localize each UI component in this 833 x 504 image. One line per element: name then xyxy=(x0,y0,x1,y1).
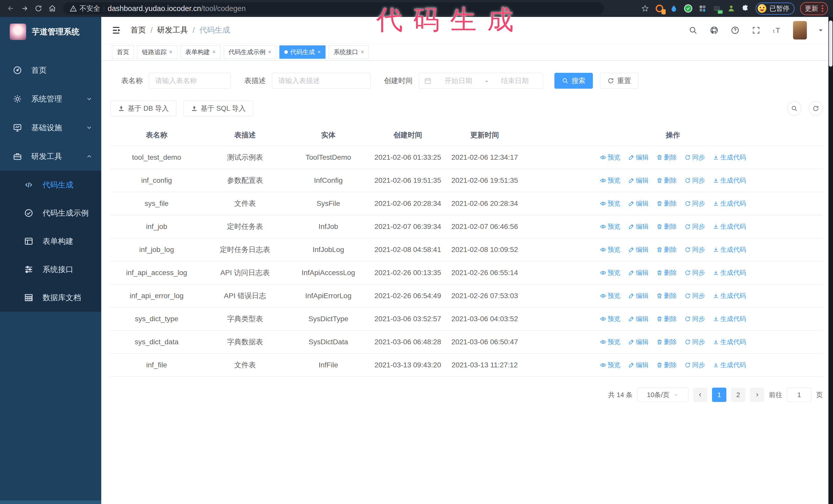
tab-5[interactable]: 系统接口× xyxy=(329,45,369,59)
action-preview-link[interactable]: 预览 xyxy=(600,360,620,370)
tab-3[interactable]: 代码生成示例× xyxy=(224,45,276,59)
action-edit-link[interactable]: 编辑 xyxy=(628,291,649,301)
browser-back-icon[interactable] xyxy=(5,3,17,14)
tab-2[interactable]: 表单构建× xyxy=(181,45,221,59)
browser-reload-icon[interactable] xyxy=(33,3,44,14)
page-size-select[interactable]: 10条/页 xyxy=(637,388,688,402)
sidebar-subitem-0[interactable]: 代码生成 xyxy=(0,171,101,199)
header-search-icon[interactable] xyxy=(688,25,698,35)
action-delete-link[interactable]: 删除 xyxy=(657,245,677,255)
sidebar-subitem-3[interactable]: 系统接口 xyxy=(0,255,101,284)
extension-grid-icon[interactable] xyxy=(698,4,707,13)
close-icon[interactable]: × xyxy=(268,49,271,55)
refresh-table-button[interactable] xyxy=(809,101,823,115)
page-scrollbar[interactable] xyxy=(828,17,833,504)
extension-puzzle-icon[interactable] xyxy=(741,4,750,13)
action-generate-code-link[interactable]: 生成代码 xyxy=(713,175,746,185)
action-generate-code-link[interactable]: 生成代码 xyxy=(713,291,746,301)
action-edit-link[interactable]: 编辑 xyxy=(628,360,649,370)
create-time-range-picker[interactable]: 开始日期 - 结束日期 xyxy=(419,73,543,89)
help-icon[interactable] xyxy=(730,25,740,35)
action-preview-link[interactable]: 预览 xyxy=(600,245,620,255)
action-edit-link[interactable]: 编辑 xyxy=(628,268,649,278)
sidebar-item-3[interactable]: 研发工具 xyxy=(0,142,101,171)
browser-profile-paused-badge[interactable]: 已暂停 xyxy=(756,3,794,15)
action-edit-link[interactable]: 编辑 xyxy=(628,337,649,347)
action-preview-link[interactable]: 预览 xyxy=(600,175,620,185)
import-sql-button[interactable]: 基于 SQL 导入 xyxy=(184,100,253,116)
action-edit-link[interactable]: 编辑 xyxy=(628,175,649,185)
action-preview-link[interactable]: 预览 xyxy=(600,337,620,347)
breadcrumb-devtools[interactable]: 研发工具 xyxy=(157,25,188,35)
not-secure-warning-icon[interactable]: 不安全 xyxy=(70,4,100,13)
action-delete-link[interactable]: 删除 xyxy=(657,222,677,232)
sidebar-item-2[interactable]: 基础设施 xyxy=(0,113,101,142)
extension-dark-on-icon[interactable]: on xyxy=(713,4,721,13)
browser-menu-dots-icon[interactable] xyxy=(822,5,823,12)
action-sync-link[interactable]: 同步 xyxy=(685,314,705,324)
action-delete-link[interactable]: 删除 xyxy=(657,291,677,301)
action-sync-link[interactable]: 同步 xyxy=(685,268,705,278)
sidebar-subitem-4[interactable]: 数据库文档 xyxy=(0,284,101,312)
action-preview-link[interactable]: 预览 xyxy=(600,268,620,278)
scrollbar-thumb[interactable] xyxy=(829,21,832,67)
hamburger-icon[interactable] xyxy=(111,25,122,36)
action-delete-link[interactable]: 删除 xyxy=(657,268,677,278)
sidebar-subitem-1[interactable]: 代码生成示例 xyxy=(0,199,101,227)
bookmark-star-icon[interactable] xyxy=(641,4,649,13)
sidebar-item-0[interactable]: 首页 xyxy=(0,56,101,85)
extension-blue-drop-icon[interactable] xyxy=(669,4,678,13)
search-button[interactable]: 搜索 xyxy=(554,73,593,89)
action-sync-link[interactable]: 同步 xyxy=(685,291,705,301)
action-generate-code-link[interactable]: 生成代码 xyxy=(713,199,746,209)
next-page-button[interactable] xyxy=(750,388,764,402)
action-preview-link[interactable]: 预览 xyxy=(600,222,620,232)
github-icon[interactable] xyxy=(709,25,719,35)
fullscreen-icon[interactable] xyxy=(751,25,761,35)
browser-update-button[interactable]: 更新 xyxy=(800,2,828,15)
extension-orange-icon[interactable] xyxy=(655,4,664,13)
action-generate-code-link[interactable]: 生成代码 xyxy=(713,268,746,278)
action-sync-link[interactable]: 同步 xyxy=(685,175,705,185)
action-generate-code-link[interactable]: 生成代码 xyxy=(713,152,746,162)
close-icon[interactable]: × xyxy=(317,49,321,55)
action-sync-link[interactable]: 同步 xyxy=(685,199,705,209)
goto-page-input[interactable] xyxy=(787,388,811,402)
action-edit-link[interactable]: 编辑 xyxy=(628,152,649,162)
action-preview-link[interactable]: 预览 xyxy=(600,152,620,162)
user-menu-caret-icon[interactable] xyxy=(818,27,824,33)
toggle-search-button[interactable] xyxy=(787,101,801,115)
action-generate-code-link[interactable]: 生成代码 xyxy=(713,360,746,370)
close-icon[interactable]: × xyxy=(169,49,172,55)
sidebar-subitem-2[interactable]: 表单构建 xyxy=(0,227,101,255)
browser-home-icon[interactable] xyxy=(47,3,58,14)
action-edit-link[interactable]: 编辑 xyxy=(628,314,649,324)
import-db-button[interactable]: 基于 DB 导入 xyxy=(111,100,176,116)
action-edit-link[interactable]: 编辑 xyxy=(628,199,649,209)
sidebar-collapse-bar[interactable] xyxy=(0,500,101,504)
browser-forward-icon[interactable] xyxy=(19,3,30,14)
action-generate-code-link[interactable]: 生成代码 xyxy=(713,222,746,232)
action-delete-link[interactable]: 删除 xyxy=(657,314,677,324)
action-sync-link[interactable]: 同步 xyxy=(685,245,705,255)
reset-button[interactable]: 重置 xyxy=(600,73,639,89)
close-icon[interactable]: × xyxy=(213,49,216,55)
action-generate-code-link[interactable]: 生成代码 xyxy=(713,314,746,324)
table-name-input[interactable] xyxy=(149,73,231,89)
address-bar[interactable]: 不安全 dashboard.yudao.iocoder.cn/tool/code… xyxy=(63,2,604,15)
tab-1[interactable]: 链路追踪× xyxy=(137,45,177,59)
action-delete-link[interactable]: 删除 xyxy=(657,152,677,162)
action-sync-link[interactable]: 同步 xyxy=(685,152,705,162)
action-delete-link[interactable]: 删除 xyxy=(657,199,677,209)
app-logo-row[interactable]: 芋道管理系统 xyxy=(0,17,101,47)
user-avatar[interactable] xyxy=(793,21,807,40)
action-delete-link[interactable]: 删除 xyxy=(657,337,677,347)
action-edit-link[interactable]: 编辑 xyxy=(628,222,649,232)
action-sync-link[interactable]: 同步 xyxy=(685,337,705,347)
extension-green-check-icon[interactable] xyxy=(684,4,693,13)
action-edit-link[interactable]: 编辑 xyxy=(628,245,649,255)
action-sync-link[interactable]: 同步 xyxy=(685,222,705,232)
action-preview-link[interactable]: 预览 xyxy=(600,314,620,324)
action-delete-link[interactable]: 删除 xyxy=(657,360,677,370)
table-desc-input[interactable] xyxy=(272,73,371,89)
